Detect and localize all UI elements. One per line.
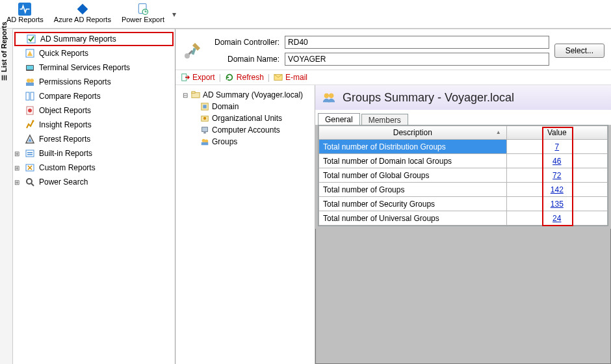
ad-reports-label: AD Reports — [6, 16, 44, 23]
svg-rect-10 — [26, 83, 34, 86]
svg-rect-7 — [27, 66, 33, 70]
sidebar-item-permissions-reports[interactable]: Permissions Reports — [13, 75, 175, 89]
cell-description: Total number of Global Groups — [319, 168, 507, 183]
summary-content: Groups Summary - Voyager.local General M… — [315, 85, 611, 364]
table-row[interactable]: Total number of Security Groups135 — [319, 197, 608, 211]
power-export-label: Power Export — [122, 16, 164, 23]
tree-root[interactable]: ⊟AD Summary (Voyager.local) — [178, 89, 312, 101]
sidebar-item-forest-reports[interactable]: Forest Reports — [13, 132, 175, 146]
svg-rect-11 — [26, 92, 29, 100]
sidebar-item-label: Permissions Reports — [39, 77, 111, 86]
svg-point-21 — [185, 53, 190, 58]
ad-reports-button[interactable]: AD Reports — [4, 1, 46, 25]
summary-grid-wrap: Description Value Total number of Distri… — [318, 125, 608, 226]
sidebar-item-compare-reports[interactable]: Compare Reports — [13, 89, 175, 103]
refresh-action[interactable]: Refresh — [225, 73, 264, 82]
sidebar-item-quick-reports[interactable]: Quick Reports — [13, 46, 175, 60]
dropdown-caret-icon[interactable]: ▾ — [172, 10, 176, 19]
svg-rect-17 — [27, 152, 32, 153]
select-button[interactable]: Select... — [554, 44, 604, 58]
svg-rect-32 — [203, 133, 206, 134]
sidebar-item-label: Forest Reports — [39, 135, 90, 144]
svg-point-9 — [30, 79, 34, 83]
summary-grid: Description Value Total number of Distri… — [318, 125, 608, 226]
sidebar-icon — [25, 62, 35, 73]
svg-rect-26 — [192, 92, 195, 94]
summary-tree: ⊟AD Summary (Voyager.local)DomainOrganiz… — [176, 85, 315, 364]
col-value[interactable]: Value — [506, 126, 607, 140]
sidebar-item-label: Object Reports — [39, 106, 91, 115]
sidebar-item-ad-summary-reports[interactable]: AD Summary Reports — [14, 32, 174, 46]
tree-computers[interactable]: Computer Accounts — [178, 124, 312, 136]
table-row[interactable]: Total number of Global Groups72 — [319, 168, 608, 183]
reports-sidebar: AD Summary ReportsQuick ReportsTerminal … — [13, 29, 176, 364]
empty-gray-area — [315, 229, 611, 364]
cell-value[interactable]: 46 — [506, 154, 607, 168]
cell-value[interactable]: 72 — [506, 168, 607, 183]
azure-icon — [76, 3, 89, 16]
table-row[interactable]: Total number of Distribution Groups7 — [319, 140, 608, 154]
sidebar-item-power-search[interactable]: Power Search — [13, 175, 175, 189]
cell-value[interactable]: 24 — [506, 211, 607, 226]
cell-description: Total number of Universal Groups — [319, 211, 507, 226]
cell-description: Total number of Distribution Groups — [319, 140, 507, 154]
azure-reports-button[interactable]: Azure AD Reports — [51, 1, 114, 25]
dc-input[interactable] — [285, 36, 549, 49]
email-action[interactable]: E-mail — [274, 73, 307, 82]
sidebar-item-terminal-services-reports[interactable]: Terminal Services Reports — [13, 60, 175, 75]
export-action[interactable]: Export — [181, 73, 215, 82]
sidebar-item-object-reports[interactable]: Object Reports — [13, 103, 175, 118]
azure-reports-label: Azure AD Reports — [54, 16, 111, 23]
svg-point-15 — [32, 120, 34, 122]
sidebar-item-label: Insight Reports — [39, 120, 92, 129]
table-row[interactable]: Total number of Domain local Groups46 — [319, 154, 608, 168]
sidebar-icon — [26, 34, 36, 44]
report-content-pane: Domain Controller: Domain Name: Select..… — [176, 29, 611, 364]
cell-value[interactable]: 135 — [506, 197, 607, 211]
power-export-button[interactable]: Power Export — [119, 1, 167, 25]
cell-value[interactable]: 142 — [506, 183, 607, 197]
action-bar: Export | Refresh | E-mail — [176, 70, 611, 85]
summary-header: Groups Summary - Voyager.local — [315, 85, 611, 110]
cell-description: Total number of Groups — [319, 183, 507, 197]
email-icon — [274, 73, 283, 82]
svg-rect-31 — [202, 127, 208, 132]
svg-point-20 — [27, 179, 32, 184]
sidebar-item-label: Quick Reports — [39, 49, 88, 58]
svg-point-37 — [329, 94, 333, 98]
table-row[interactable]: Total number of Universal Groups24 — [319, 211, 608, 226]
sidebar-item-custom-reports[interactable]: Custom Reports — [13, 161, 175, 175]
tree-domain[interactable]: Domain — [178, 101, 312, 112]
svg-point-33 — [202, 139, 205, 142]
sidebar-item-insight-reports[interactable]: Insight Reports — [13, 118, 175, 132]
cell-description: Total number of Domain local Groups — [319, 154, 507, 168]
svg-rect-18 — [27, 154, 32, 155]
svg-rect-35 — [202, 142, 209, 145]
table-row[interactable]: Total number of Groups142 — [319, 183, 608, 197]
tree-ou[interactable]: Organizational Units — [178, 112, 312, 124]
sidebar-icon — [25, 77, 35, 87]
sidebar-item-built-in-reports[interactable]: Built-in Reports — [13, 146, 175, 161]
dn-input[interactable] — [285, 53, 549, 66]
sidebar-icon — [25, 134, 35, 144]
svg-rect-12 — [31, 92, 34, 100]
tree-groups[interactable]: Groups — [178, 136, 312, 148]
sidebar-icon — [25, 105, 35, 116]
summary-title: Groups Summary - Voyager.local — [343, 91, 514, 105]
refresh-icon — [225, 73, 234, 82]
svg-rect-16 — [26, 150, 34, 157]
sidebar-item-label: AD Summary Reports — [40, 34, 116, 44]
svg-point-14 — [28, 109, 32, 112]
sidebar-icon — [25, 162, 35, 173]
cell-value[interactable]: 7 — [506, 140, 607, 154]
dn-label: Domain Name: — [214, 55, 280, 64]
list-of-reports-tab[interactable]: List of Reports — [0, 21, 8, 81]
sidebar-icon — [25, 148, 35, 159]
tools-icon — [182, 40, 203, 61]
sidebar-item-label: Custom Reports — [39, 163, 96, 172]
cell-description: Total number of Security Groups — [319, 197, 507, 211]
svg-point-36 — [324, 94, 329, 98]
col-description[interactable]: Description — [319, 126, 507, 140]
tab-general[interactable]: General — [318, 113, 360, 125]
sidebar-icon — [25, 48, 35, 58]
